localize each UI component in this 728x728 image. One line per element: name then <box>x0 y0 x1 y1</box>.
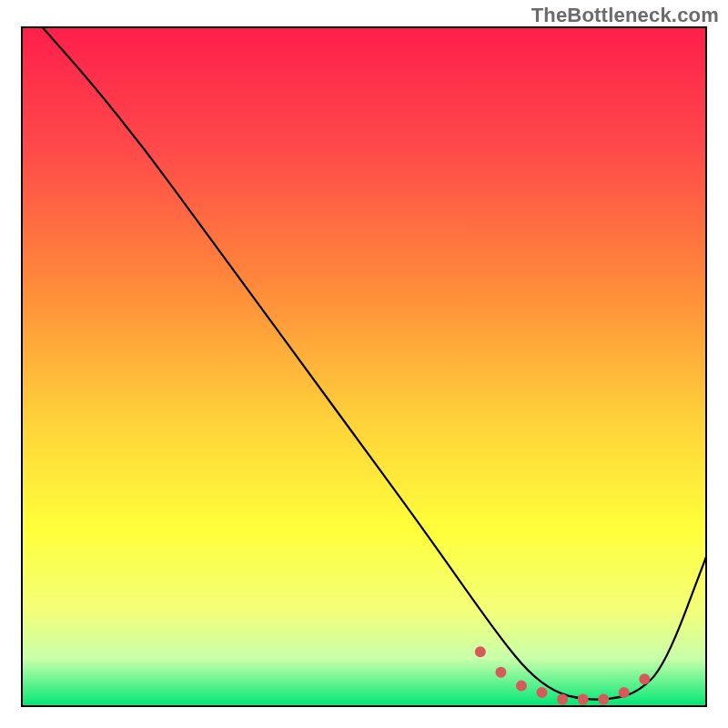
bottleneck-chart <box>0 0 728 728</box>
valley-marker <box>578 694 589 705</box>
valley-marker <box>639 673 650 684</box>
valley-marker <box>516 681 527 692</box>
valley-marker <box>475 646 486 657</box>
watermark-text: TheBottleneck.com <box>531 4 719 27</box>
valley-marker <box>537 687 548 698</box>
chart-svg <box>0 0 728 728</box>
valley-marker <box>619 687 630 698</box>
chart-background <box>22 27 706 706</box>
valley-marker <box>598 694 609 705</box>
valley-marker <box>495 667 506 678</box>
valley-marker <box>557 694 568 705</box>
